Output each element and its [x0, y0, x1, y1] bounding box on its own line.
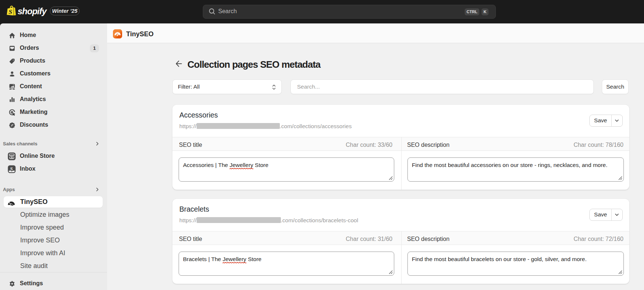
svg-text:S: S: [8, 8, 12, 15]
svg-text:S: S: [10, 166, 13, 171]
